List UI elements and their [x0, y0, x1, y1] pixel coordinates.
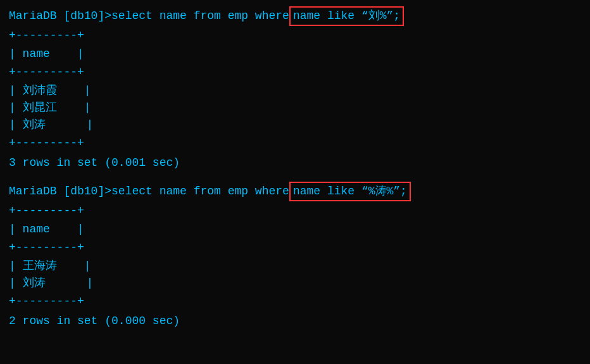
sql-before-1: select name from emp where — [111, 8, 289, 25]
table-top-1: +---------+ — [9, 27, 581, 44]
table-divider-1: +---------+ — [9, 64, 581, 81]
table-bottom-1: +---------+ — [9, 135, 581, 152]
prompt-1: MariaDB [db10]> — [9, 8, 111, 25]
result-2: 2 rows in set (0.000 sec) — [9, 313, 581, 330]
table-row-1-1: | 刘沛霞 | — [9, 82, 581, 99]
table-top-2: +---------+ — [9, 203, 581, 220]
table-header-2: | name | — [9, 221, 581, 238]
table-row-2-1: | 王海涛 | — [9, 258, 581, 275]
table-header-1: | name | — [9, 46, 581, 63]
table-row-1-3: | 刘涛 | — [9, 116, 581, 134]
query-block-2: MariaDB [db10]> select name from emp whe… — [9, 182, 581, 330]
table-bottom-2: +---------+ — [9, 293, 581, 310]
prompt-line-2: MariaDB [db10]> select name from emp whe… — [9, 182, 581, 201]
table-row-2-2: | 刘涛 | — [9, 275, 581, 292]
sql-highlight-1: name like “刘%”; — [289, 6, 404, 26]
table-divider-2: +---------+ — [9, 239, 581, 256]
result-1: 3 rows in set (0.001 sec) — [9, 154, 581, 172]
terminal: MariaDB [db10]> select name from emp whe… — [9, 6, 581, 330]
sql-before-2: select name from emp where — [111, 183, 289, 200]
query-block-1: MariaDB [db10]> select name from emp whe… — [9, 6, 581, 172]
prompt-line-1: MariaDB [db10]> select name from emp whe… — [9, 6, 581, 26]
table-row-1-2: | 刘昆江 | — [9, 99, 581, 116]
sql-highlight-2: name like “%涛%”; — [289, 182, 411, 201]
prompt-2: MariaDB [db10]> — [9, 183, 111, 200]
